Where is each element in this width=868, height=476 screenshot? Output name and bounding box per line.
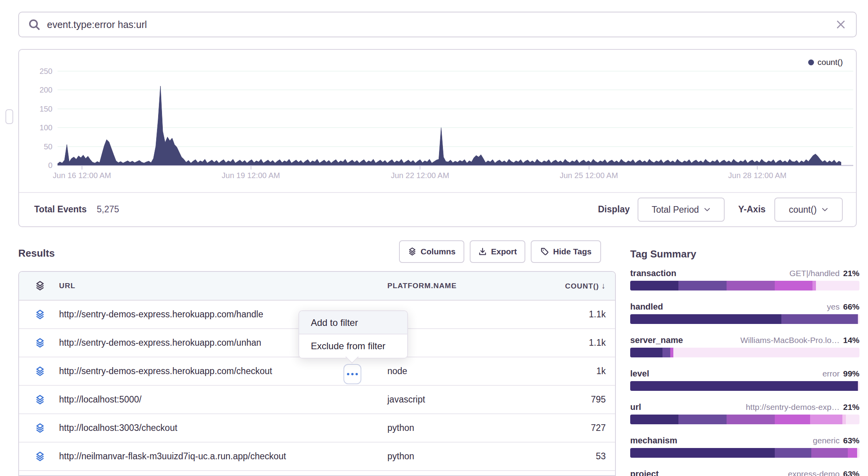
ellipsis-dot bbox=[347, 373, 349, 375]
ellipsis-dot bbox=[356, 373, 358, 375]
tag-bar-segment bbox=[727, 415, 775, 424]
tag-value: http://sentry-demos-exp… bbox=[746, 402, 840, 411]
tag-bar-segment bbox=[678, 415, 727, 424]
table-row: http://sentry-demos-express.herokuapp.co… bbox=[19, 357, 615, 386]
columns-button[interactable]: Columns bbox=[399, 240, 464, 263]
tag-bar-segment bbox=[810, 415, 842, 424]
y-axis-dropdown[interactable]: count() bbox=[774, 198, 843, 222]
count-header-label: COUNT() bbox=[565, 282, 599, 290]
column-header-platform-name[interactable]: PLATFORM.NAME bbox=[387, 282, 540, 290]
y-axis-dropdown-value: count() bbox=[789, 205, 817, 215]
platform-cell[interactable]: python bbox=[387, 423, 540, 433]
tag-bar-segment bbox=[858, 381, 859, 391]
tag-row-transaction: transactionGET|/handled21% bbox=[630, 268, 859, 280]
stack-icon bbox=[35, 452, 45, 462]
count-cell[interactable]: 727 bbox=[540, 423, 615, 433]
event-count-area-chart bbox=[58, 67, 841, 165]
tag-distribution-bar[interactable] bbox=[630, 348, 859, 357]
x-axis-tick-label: Jun 28 12:00 AM bbox=[707, 171, 808, 180]
row-icon-cell bbox=[19, 423, 59, 433]
table-row: http://localhost:3003/checkoutpython727 bbox=[19, 414, 615, 443]
platform-cell[interactable]: node bbox=[387, 366, 540, 376]
tag-top-value: generic63% bbox=[813, 436, 859, 445]
tag-percent: 14% bbox=[843, 336, 859, 345]
stack-icon bbox=[35, 366, 45, 376]
sort-desc-icon: ↓ bbox=[601, 281, 606, 290]
export-button-label: Export bbox=[491, 247, 517, 256]
tag-row-url: urlhttp://sentry-demos-exp…21% bbox=[630, 402, 859, 414]
tag-value: yes bbox=[827, 302, 840, 311]
tag-distribution-bar[interactable] bbox=[630, 381, 859, 391]
platform-cell[interactable]: javascript bbox=[387, 394, 540, 405]
tag-value: GET|/handled bbox=[790, 269, 840, 278]
chart-legend[interactable]: count() bbox=[808, 58, 843, 67]
display-label: Display bbox=[598, 204, 630, 215]
header-icon-cell bbox=[19, 281, 59, 291]
chart-footer-divider bbox=[19, 192, 856, 193]
export-button[interactable]: Export bbox=[470, 240, 525, 263]
display-dropdown[interactable]: Total Period bbox=[638, 198, 725, 222]
tag-distribution-bar[interactable] bbox=[630, 415, 859, 424]
tag-distribution-bar[interactable] bbox=[630, 314, 859, 324]
tag-distribution-bar[interactable] bbox=[630, 448, 859, 458]
legend-series-dot bbox=[808, 60, 814, 65]
tag-row-mechanism: mechanismgeneric63% bbox=[630, 436, 859, 447]
row-icon-cell bbox=[19, 452, 59, 462]
tag-bar-segment bbox=[630, 415, 678, 424]
tag-bar-segment bbox=[857, 448, 859, 458]
tag-bar-segment bbox=[812, 281, 816, 290]
url-cell[interactable]: http://localhost:5000/ bbox=[59, 394, 387, 405]
tag-bar-segment bbox=[630, 314, 781, 324]
x-axis-tick-label: Jun 16 12:00 AM bbox=[31, 171, 132, 180]
menu-item-add-to-filter[interactable]: Add to filter bbox=[299, 311, 407, 334]
url-cell[interactable]: http://neilmanvar-flask-m3uuizd7iq-uc.a.… bbox=[59, 451, 387, 462]
tag-percent: 63% bbox=[843, 469, 859, 476]
total-events-value: 5,275 bbox=[97, 204, 119, 215]
tag-bar-segment bbox=[846, 415, 859, 424]
row-icon-cell bbox=[19, 395, 59, 405]
tag-bar-segment bbox=[775, 415, 810, 424]
y-axis-tick-label: 50 bbox=[20, 141, 52, 152]
column-header-count[interactable]: COUNT()↓ bbox=[540, 281, 615, 290]
y-axis-tick-label: 100 bbox=[20, 122, 52, 133]
tag-percent: 99% bbox=[843, 369, 859, 378]
row-actions-ellipsis-button[interactable] bbox=[343, 364, 361, 384]
search-bar bbox=[18, 12, 857, 37]
tag-percent: 63% bbox=[843, 436, 859, 445]
tag-value: generic bbox=[813, 436, 840, 445]
url-cell[interactable]: http://localhost:3003/checkout bbox=[59, 423, 387, 433]
hide-tags-button[interactable]: Hide Tags bbox=[531, 240, 601, 263]
discover-page: count() 050100150200250Jun 16 12:00 AMJu… bbox=[0, 0, 868, 476]
count-cell[interactable]: 1.1k bbox=[540, 338, 615, 348]
y-axis-tick-label: 200 bbox=[20, 84, 52, 95]
y-axis-tick-label: 250 bbox=[20, 66, 52, 77]
tag-top-value: Williams-MacBook-Pro.lo…14% bbox=[740, 336, 859, 345]
tag-distribution-bar[interactable] bbox=[630, 281, 859, 290]
tag-bar-segment bbox=[775, 281, 812, 290]
display-dropdown-value: Total Period bbox=[652, 205, 699, 215]
count-cell[interactable]: 1k bbox=[540, 366, 615, 376]
stack-icon bbox=[35, 423, 45, 433]
columns-button-label: Columns bbox=[421, 247, 456, 256]
table-row: http://localhost:5000/javascript795 bbox=[19, 386, 615, 414]
tag-summary-heading: Tag Summary bbox=[630, 248, 696, 260]
count-cell[interactable]: 795 bbox=[540, 394, 615, 405]
tag-name: project bbox=[630, 469, 659, 476]
tag-name: mechanism bbox=[630, 436, 677, 446]
sidebar-resize-handle[interactable] bbox=[5, 109, 13, 124]
x-axis-tick bbox=[82, 166, 82, 170]
column-header-url[interactable]: URL bbox=[59, 282, 387, 290]
clear-search-icon[interactable] bbox=[835, 19, 847, 30]
tag-bar-segment bbox=[630, 381, 858, 391]
count-cell[interactable]: 1.1k bbox=[540, 309, 615, 320]
x-axis-tick bbox=[757, 166, 758, 170]
count-cell[interactable]: 53 bbox=[540, 451, 615, 462]
url-cell[interactable]: http://sentry-demos-express.herokuapp.co… bbox=[59, 366, 387, 376]
tag-bar-segment bbox=[858, 314, 859, 324]
platform-cell[interactable]: python bbox=[387, 451, 540, 462]
x-axis-tick-label: Jun 19 12:00 AM bbox=[200, 171, 302, 180]
table-header-row: URL PLATFORM.NAME COUNT()↓ bbox=[19, 272, 615, 301]
search-input[interactable] bbox=[46, 19, 835, 31]
results-heading: Results bbox=[18, 247, 55, 259]
legend-series-label: count() bbox=[817, 58, 843, 67]
